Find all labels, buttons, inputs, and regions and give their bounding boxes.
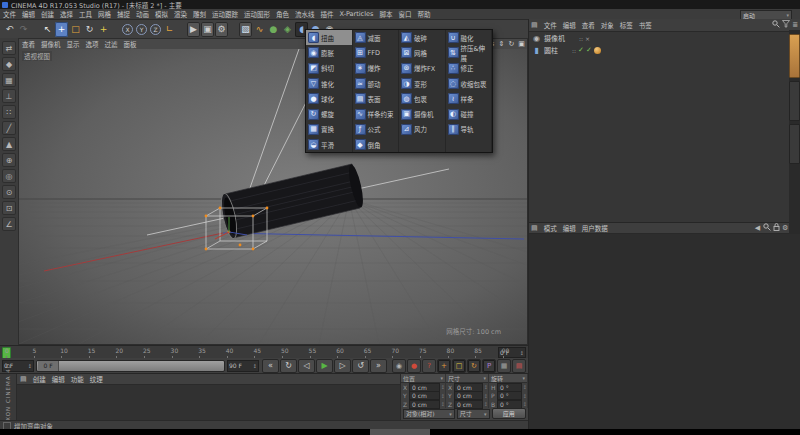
panel-menu-icon[interactable]: ▤ (531, 21, 538, 29)
record-parameter-button[interactable]: P (482, 359, 496, 373)
search-icon[interactable] (763, 223, 773, 233)
menu-item-collision[interactable]: ◐碰撞 (446, 106, 492, 121)
menu-item-surface[interactable]: ▤表面 (353, 91, 399, 106)
om-menu-edit[interactable]: 编辑 (560, 20, 579, 30)
scale-tool-icon[interactable]: □ (69, 22, 82, 37)
menu-item-shear[interactable]: ◩斜切 (306, 61, 352, 76)
menubar-item-mograph[interactable]: 运动图形 (241, 9, 273, 19)
model-mode-icon[interactable]: ◆ (2, 57, 16, 71)
record-position-button[interactable]: + (437, 359, 451, 373)
menu-item-explosion[interactable]: ∗爆炸 (353, 61, 399, 76)
snap-settings-icon[interactable]: ∠ (2, 217, 16, 231)
z-axis-lock-icon[interactable]: Z (149, 22, 162, 37)
viewport-menu-filter[interactable]: 过滤 (102, 39, 121, 49)
viewport-menu-display[interactable]: 显示 (64, 39, 83, 49)
menu-item-displacer[interactable]: ▦置换 (306, 122, 352, 137)
menu-item-squash-stretch[interactable]: ⇅挤压&伸展 (446, 45, 492, 60)
keyframe-selection-button[interactable]: ? (422, 359, 436, 373)
menu-item-shatter[interactable]: ◭破碎 (399, 30, 445, 45)
zoom-view-icon[interactable]: ⇕ (497, 40, 506, 48)
am-menu-edit[interactable]: 编辑 (560, 223, 579, 233)
om-menu-file[interactable]: 文件 (541, 20, 560, 30)
render-view-icon[interactable]: ▶ (187, 22, 200, 37)
visibility-dots-icon[interactable]: :: (579, 35, 583, 42)
enabled-check-icon[interactable]: ✓ (586, 46, 592, 54)
menu-item-smoothing[interactable]: ◒平滑 (306, 137, 352, 152)
menubar-item-tools[interactable]: 工具 (76, 9, 95, 19)
viewport-menu-cameras[interactable]: 摄像机 (38, 39, 64, 49)
coord-header-size[interactable]: 尺寸▾ (446, 374, 488, 383)
primitive-cube-icon[interactable]: ▧ (239, 22, 252, 37)
menubar-item-simulate[interactable]: 模拟 (152, 9, 171, 19)
object-row-cylinder[interactable]: ▮圆柱::✓✓ (529, 44, 800, 56)
menu-item-wrap[interactable]: ◍包裹 (399, 91, 445, 106)
record-scale-button[interactable]: □ (452, 359, 466, 373)
menu-item-bulge[interactable]: ◉膨胀 (306, 45, 352, 60)
viewport-menu-options[interactable]: 选项 (83, 39, 102, 49)
menubar-item-file[interactable]: 文件 (0, 9, 19, 19)
viewport-menu-panel[interactable]: 面板 (121, 39, 140, 49)
undo-icon[interactable]: ↶ (3, 22, 16, 37)
menu-item-wind[interactable]: ⊿风力 (399, 122, 445, 137)
disabled-cross-icon[interactable]: × (585, 35, 590, 42)
record-keyframe-button[interactable]: ◉ (392, 359, 406, 373)
move-tool-icon[interactable]: + (55, 22, 68, 37)
panel-menu-icon[interactable]: ▤ (531, 224, 538, 232)
menu-item-spline[interactable]: ≀样条 (446, 91, 492, 106)
enabled-check-icon[interactable]: ✓ (578, 46, 584, 54)
menubar-item-motion-tracker[interactable]: 运动跟踪 (209, 9, 241, 19)
panel-menu-icon[interactable]: ▤ (20, 375, 27, 383)
loop-button[interactable]: ↻ (280, 359, 297, 373)
menu-item-spline-rail[interactable]: ∥导轨 (446, 122, 492, 137)
menubar-item-edit[interactable]: 编辑 (19, 9, 38, 19)
display-options-icon[interactable]: ≣ (792, 21, 798, 29)
menubar-item-character[interactable]: 角色 (273, 9, 292, 19)
om-menu-objects[interactable]: 对象 (598, 20, 617, 30)
menubar-item-select[interactable]: 选择 (57, 9, 76, 19)
phong-tag-icon[interactable] (594, 47, 601, 54)
prev-frame-button[interactable]: ◁ (298, 359, 315, 373)
menu-item-formula[interactable]: ƒ公式 (353, 122, 399, 137)
keyframe-mode-button[interactable]: ▤ (512, 359, 526, 373)
gear-icon[interactable]: ⚙ (782, 224, 788, 232)
menu-item-twist[interactable]: ↻螺旋 (306, 106, 352, 121)
redo-icon[interactable]: ↷ (17, 22, 30, 37)
menu-item-bevel[interactable]: ◆倒角 (353, 137, 399, 152)
polygons-mode-icon[interactable]: ▲ (2, 137, 16, 151)
autokey-button[interactable]: ● (407, 359, 421, 373)
am-menu-mode[interactable]: 模式 (541, 223, 560, 233)
menubar-item-pipeline[interactable]: 流水线 (292, 9, 318, 19)
workplane-lock-icon[interactable]: ⊡ (2, 201, 16, 215)
menubar-item-create[interactable]: 创建 (38, 9, 57, 19)
x-axis-lock-icon[interactable]: X (121, 22, 134, 37)
menu-item-shrink-wrap[interactable]: ◌收缩包裹 (446, 76, 492, 91)
menu-item-spherify[interactable]: ●球化 (306, 91, 352, 106)
menu-item-mesh[interactable]: ⊠网格 (399, 45, 445, 60)
menubar-item-help[interactable]: 帮助 (414, 9, 433, 19)
object-row-camera[interactable]: ◉摄像机::× (529, 32, 800, 44)
material-menu-edit[interactable]: 编辑 (49, 374, 68, 384)
edges-mode-icon[interactable]: ╱ (2, 121, 16, 135)
om-menu-view[interactable]: 查看 (579, 20, 598, 30)
menu-item-camera[interactable]: ▣摄像机 (399, 106, 445, 121)
menubar-item-window[interactable]: 窗口 (395, 9, 414, 19)
menu-item-taper[interactable]: ▽锥化 (306, 76, 352, 91)
menubar-item-x-particles[interactable]: X-Particles (337, 10, 377, 18)
rotate-tool-icon[interactable]: ↻ (83, 22, 96, 37)
maximize-view-icon[interactable]: ▣ (517, 40, 526, 48)
menu-item-spline-constraint[interactable]: ∿样条约束 (353, 106, 399, 121)
next-frame-button[interactable]: ▷ (334, 359, 351, 373)
menubar-item-animate[interactable]: 动画 (133, 9, 152, 19)
y-axis-lock-icon[interactable]: Y (135, 22, 148, 37)
history-back-icon[interactable]: ◀ (755, 224, 760, 232)
make-editable-icon[interactable]: ⇄ (2, 41, 16, 55)
coord-size-dropdown[interactable]: 尺寸 ▾ (457, 409, 490, 419)
menubar-item-script[interactable]: 脚本 (376, 9, 395, 19)
timeline-slider-handle[interactable]: 0 F (38, 361, 59, 371)
array-generator-icon[interactable]: ◈ (281, 22, 294, 37)
material-menu-function[interactable]: 功能 (68, 374, 87, 384)
goto-end-button[interactable]: » (370, 359, 387, 373)
record-rotation-button[interactable]: ↻ (467, 359, 481, 373)
last-tool-icon[interactable]: + (97, 22, 110, 37)
menu-item-explosion-fx[interactable]: ⊛爆炸FX (399, 61, 445, 76)
